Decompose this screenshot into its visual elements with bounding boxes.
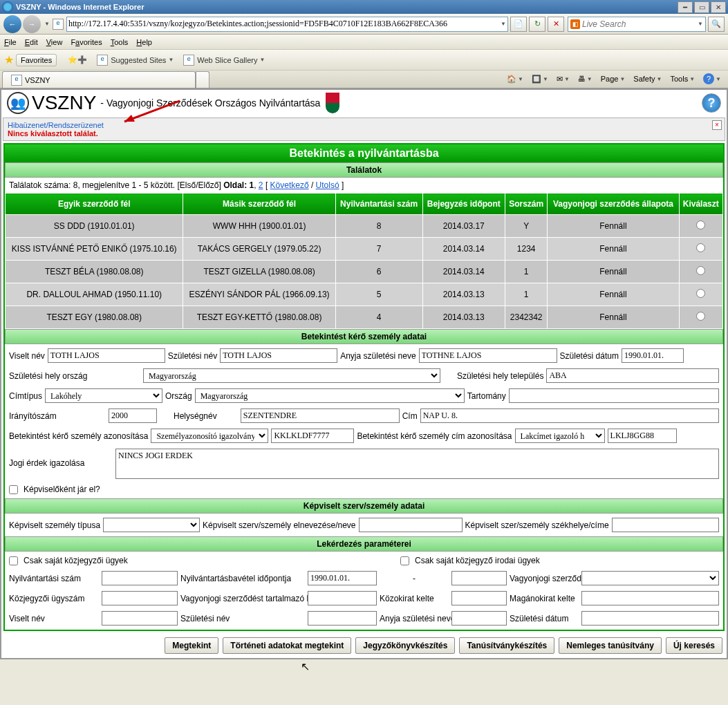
compat-button[interactable]: 📄 [510, 17, 527, 32]
stop-button[interactable]: ✕ [548, 17, 564, 32]
mag-kelte-input[interactable] [581, 591, 719, 605]
pager-next[interactable]: Következő [270, 180, 309, 190]
kozokirat-input[interactable] [308, 591, 377, 605]
nyilv-ido-from-input[interactable] [308, 571, 377, 585]
menu-tools[interactable]: Tools [111, 38, 129, 46]
col-seq[interactable]: Sorszám [505, 194, 548, 215]
select-radio[interactable] [696, 312, 705, 321]
nav-history-dropdown[interactable]: ▼ [44, 21, 50, 27]
select-radio[interactable] [696, 243, 705, 252]
page-menu[interactable]: Page▼ [598, 73, 628, 84]
search-go-button[interactable]: 🔍 [708, 17, 725, 32]
address-bar[interactable]: ▼ [66, 17, 508, 32]
nyilv-ido-to-input[interactable] [451, 571, 507, 585]
cim-azon-num-input[interactable] [608, 429, 677, 443]
koz-kelte-input[interactable] [451, 591, 507, 605]
q-anyja-input[interactable] [451, 611, 507, 626]
safety-menu[interactable]: Safety▼ [631, 73, 664, 84]
read-mail-button[interactable]: ✉▼ [554, 73, 572, 85]
nyilv-input[interactable] [102, 571, 178, 585]
szul-datum-input[interactable] [622, 348, 684, 363]
new-tab-button[interactable] [196, 71, 209, 88]
select-radio[interactable] [696, 289, 705, 298]
system-message-link[interactable]: Hibaüzenet/Rendszerüzenet [8, 121, 104, 129]
cimtipus-select[interactable]: Lakóhely [45, 388, 162, 403]
helyseg-input[interactable] [241, 408, 400, 423]
maximize-button[interactable]: ▭ [694, 1, 709, 13]
url-dropdown-icon[interactable]: ▼ [501, 21, 506, 27]
ujkereses-button[interactable]: Új keresés [666, 637, 722, 654]
tanus-button[interactable]: Tanúsítványkészítés [459, 637, 554, 654]
viselt-nev-input[interactable] [48, 348, 165, 363]
col-status[interactable]: Vagyonjogi szerződés állapota [548, 194, 679, 215]
refresh-button[interactable]: ↻ [529, 17, 545, 32]
print-button[interactable]: 🖶▼ [575, 73, 595, 84]
browser-tab[interactable]: e VSZNY [2, 71, 196, 88]
anyja-input[interactable] [419, 348, 557, 363]
search-input[interactable] [582, 19, 696, 29]
col-party2[interactable]: Másik szerződő fél [183, 194, 335, 215]
col-regnum[interactable]: Nyilvántartási szám [335, 194, 422, 215]
menu-edit[interactable]: Edit [25, 38, 38, 46]
q-szul-input[interactable] [308, 611, 377, 626]
app-help-button[interactable]: ? [702, 93, 721, 113]
search-dropdown-icon[interactable]: ▼ [698, 21, 703, 27]
menu-file[interactable]: File [4, 38, 17, 46]
torteneti-button[interactable]: Történeti adatokat megtekint [223, 637, 351, 654]
minimize-button[interactable]: ━ [678, 1, 693, 13]
home-button[interactable]: 🏠▼ [504, 73, 526, 85]
pager-page-2[interactable]: 2 [259, 180, 263, 190]
cim-input[interactable] [420, 408, 719, 423]
back-button[interactable]: ← [3, 15, 21, 33]
pager-info: Találatok száma: 8, megjelenítve 1 - 5 k… [9, 180, 223, 190]
repr-tipus-select[interactable] [103, 518, 200, 532]
close-message-button[interactable]: × [712, 120, 722, 130]
menu-favorites[interactable]: Favorites [71, 38, 102, 46]
search-box[interactable]: ◧ ▼ [568, 17, 706, 32]
close-window-button[interactable]: ✕ [711, 1, 726, 13]
szul-orszag-select[interactable]: Magyarország [143, 368, 440, 383]
azon-type-select[interactable]: Személyazonosító igazolvány [151, 429, 268, 443]
tools-menu[interactable]: Tools▼ [667, 73, 698, 84]
favorites-button[interactable]: Favorites [16, 54, 57, 66]
jegyzo-button[interactable]: Jegyzőkönyvkészítés [355, 637, 455, 654]
allapot-label: Vagyonjogi szerződés állapota [510, 574, 579, 583]
menu-help[interactable]: Help [136, 38, 152, 46]
cim-azon-type-select[interactable]: Lakcímet igazoló h [515, 429, 605, 443]
megtekint-button[interactable]: Megtekint [165, 637, 218, 654]
csak-sajat-checkbox[interactable] [9, 556, 18, 565]
select-radio[interactable] [696, 266, 705, 275]
csak-irodai-checkbox[interactable] [400, 556, 409, 565]
help-button[interactable]: ?▼ [700, 72, 724, 86]
menu-view[interactable]: View [46, 38, 63, 46]
col-regdate[interactable]: Bejegyzés időpont [422, 194, 505, 215]
add-favorites-icon[interactable]: ⭐➕ [68, 55, 87, 64]
kozj-input[interactable] [102, 591, 178, 605]
main-content: Betekintés a nyilvántartásba Találatok T… [3, 143, 725, 631]
web-slice-link[interactable]: e Web Slice Gallery ▼ [180, 55, 265, 66]
tartomany-input[interactable] [509, 388, 719, 403]
repr-szekhely-input[interactable] [612, 518, 719, 532]
q-viselt-label: Viselt név [9, 614, 99, 623]
suggested-sites-link[interactable]: e Suggested Sites ▼ [94, 55, 174, 66]
allapot-select[interactable] [581, 571, 719, 585]
pager-last[interactable]: Utolsó [316, 180, 339, 190]
szul-nev-input[interactable] [220, 348, 337, 363]
szul-telep-input[interactable] [546, 368, 719, 383]
kepviselo-checkbox[interactable] [9, 485, 18, 494]
jogi-textarea[interactable] [115, 449, 719, 479]
azon-num-input[interactable] [271, 429, 354, 443]
forward-button[interactable]: → [23, 15, 41, 33]
q-datum-input[interactable] [581, 611, 719, 626]
orszag-select[interactable]: Magyarország [195, 388, 465, 403]
url-input[interactable] [68, 19, 498, 29]
q-viselt-input[interactable] [102, 611, 178, 626]
col-party1[interactable]: Egyik szerződő fél [6, 194, 183, 215]
ie-icon [2, 1, 13, 12]
repr-nev-input[interactable] [359, 518, 463, 532]
irsz-input[interactable] [109, 408, 157, 423]
col-select[interactable]: Kiválaszt [679, 194, 722, 215]
feeds-button[interactable]: 🔲▼ [529, 73, 551, 85]
select-radio[interactable] [696, 220, 705, 229]
nemleges-button[interactable]: Nemleges tanúsítvány [559, 637, 662, 654]
